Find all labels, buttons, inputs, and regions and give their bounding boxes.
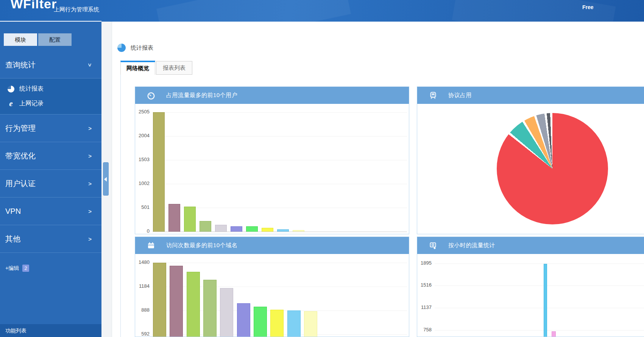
bar	[246, 226, 258, 232]
y-tick-label: 758	[423, 327, 432, 332]
report-pie-icon	[117, 44, 126, 52]
bar	[153, 112, 165, 232]
y-tick-label: 1184	[139, 283, 150, 289]
sidebar-item-label: 上网记录	[19, 100, 44, 108]
function-list-bar[interactable]: 功能列表	[0, 324, 101, 337]
bar	[200, 221, 211, 232]
panel-title: 按小时的流量统计	[448, 242, 495, 249]
sidebar-tab-modules[interactable]: 模块	[4, 33, 37, 46]
top-header-bar: WFilter 上网行为管理系统 Free	[0, 0, 644, 22]
y-tick-label: 2505	[139, 109, 150, 114]
pie-chart	[497, 113, 608, 224]
plot-area	[153, 254, 407, 337]
sidebar-submenu: 统计报表 e 上网记录	[0, 78, 101, 114]
y-axis: 05011002150320042505	[135, 104, 153, 234]
bar	[287, 310, 301, 337]
bar	[231, 226, 242, 232]
edit-count-badge: 2	[22, 265, 29, 272]
sidebar-item-behavior-management[interactable]: 行为管理 >	[0, 114, 101, 142]
y-tick-label: 1137	[421, 304, 432, 310]
pie-chart-icon	[8, 86, 14, 92]
sidebar-item-other[interactable]: 其他 >	[0, 225, 101, 253]
sidebar-item-label: 带宽优化	[5, 151, 36, 161]
chevron-right-icon: >	[88, 180, 92, 187]
panel-header: 按小时的流量统计	[417, 237, 644, 254]
y-tick-label: 0	[147, 228, 150, 234]
y-tick-label: 1895	[421, 260, 432, 266]
edit-label: +编辑	[5, 265, 19, 272]
gridline	[435, 308, 644, 308]
content-tabbar: 网络概览 报表列表	[120, 61, 192, 75]
sidebar-collapse-handle[interactable]	[103, 162, 109, 196]
plot-area	[435, 254, 644, 337]
panel-body: 758113715161895	[417, 254, 644, 337]
panel-header: 访问次数最多的前10个域名	[135, 237, 409, 254]
panel-body	[417, 104, 644, 234]
tab-content: 占用流量最多的前10个用户 05011002150320042505	[120, 75, 644, 337]
page-title: 统计报表	[131, 44, 153, 52]
tab-report-list[interactable]: 报表列表	[156, 61, 192, 75]
bar	[203, 280, 217, 337]
hourly-traffic-bar-chart: 758113715161895	[417, 254, 644, 337]
bars-group	[153, 263, 317, 337]
sidebar-item-label: 查询统计	[5, 60, 36, 70]
app-logo: WFilter	[11, 0, 57, 11]
panel-top-domains: 访问次数最多的前10个域名 59288811841480	[135, 237, 409, 337]
bar	[270, 310, 284, 337]
panel-protocol-usage: 协议占用	[417, 86, 644, 234]
y-tick-label: 2004	[139, 133, 150, 138]
sidebar-item-label: VPN	[5, 207, 21, 216]
y-tick-label: 1516	[421, 282, 432, 288]
panel-body: 59288811841480	[135, 254, 409, 337]
panel-body: 05011002150320042505	[135, 104, 409, 234]
bar	[277, 229, 289, 232]
bar	[254, 307, 267, 337]
sidebar-item-bandwidth-optimization[interactable]: 带宽优化 >	[0, 142, 101, 170]
gridline	[435, 263, 644, 264]
sidebar-item-query-statistics[interactable]: 查询统计 >	[0, 52, 101, 78]
panel-title: 协议占用	[448, 92, 472, 99]
dashboard-grid: 占用流量最多的前10个用户 05011002150320042505	[135, 86, 644, 337]
sidebar-item-internet-records[interactable]: e 上网记录	[0, 96, 101, 111]
gauge-icon	[147, 91, 156, 100]
bar	[220, 288, 233, 337]
sidebar-item-vpn[interactable]: VPN >	[0, 197, 101, 225]
page-header: 统计报表	[117, 44, 153, 52]
chevron-right-icon: >	[88, 236, 92, 242]
plot-area	[153, 104, 407, 232]
y-tick-label: 501	[141, 204, 150, 210]
bar	[237, 303, 250, 337]
panel-title: 占用流量最多的前10个用户	[166, 92, 237, 99]
calendar-icon	[147, 241, 156, 250]
sidebar: 模块 配置 查询统计 > 统计报表 e 上网记录 行为管理 >	[0, 21, 101, 337]
collapse-left-icon	[104, 177, 107, 182]
panel-header: 协议占用	[417, 87, 644, 104]
top-users-bar-chart: 05011002150320042505	[135, 104, 409, 234]
top-domains-bar-chart: 59288811841480	[135, 254, 409, 337]
sidebar-item-statistics-report[interactable]: 统计报表	[0, 82, 101, 96]
y-tick-label: 888	[141, 307, 150, 313]
bar	[544, 264, 547, 337]
tab-network-overview[interactable]: 网络概览	[120, 61, 155, 75]
sidebar-item-label: 行为管理	[5, 123, 36, 133]
bar	[293, 230, 304, 232]
panel-header: 占用流量最多的前10个用户	[135, 87, 409, 104]
edit-menu-link[interactable]: +编辑 2	[5, 265, 29, 272]
sidebar-tab-config[interactable]: 配置	[38, 33, 72, 46]
sidebar-item-user-authentication[interactable]: 用户认证 >	[0, 170, 101, 197]
hourly-traffic-icon	[429, 241, 438, 250]
bars-group	[153, 112, 304, 232]
y-tick-label: 1503	[139, 157, 150, 162]
sidebar-item-label: 其他	[5, 234, 20, 244]
bar	[184, 207, 196, 232]
chevron-right-icon: >	[88, 208, 92, 215]
y-tick-label: 1002	[139, 180, 150, 186]
sidebar-tabs: 模块 配置	[4, 33, 101, 46]
y-tick-label: 592	[141, 331, 150, 337]
y-tick-label: 1480	[139, 259, 150, 265]
bar	[215, 225, 227, 232]
license-badge: Free	[582, 4, 594, 10]
sidebar-item-label: 统计报表	[19, 85, 44, 93]
bar	[187, 272, 200, 337]
bar	[552, 331, 556, 337]
